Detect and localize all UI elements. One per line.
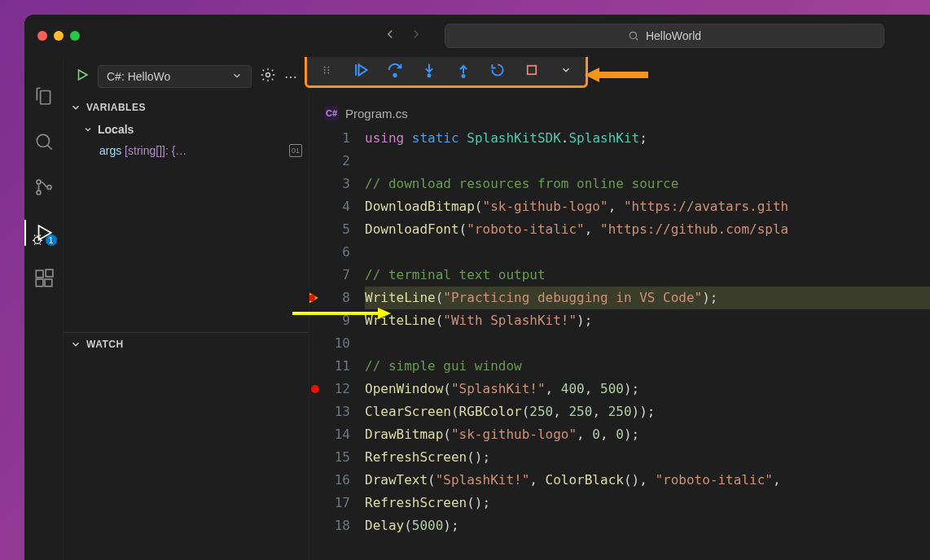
- line-number: 10: [309, 332, 350, 355]
- source-control-icon[interactable]: [33, 176, 55, 199]
- nav-arrows: [383, 27, 423, 45]
- chevron-down-icon: [231, 70, 243, 84]
- close-window-button[interactable]: [37, 31, 47, 41]
- run-debug-icon[interactable]: 1: [33, 221, 55, 244]
- code-line: // terminal text output: [365, 264, 930, 287]
- svg-point-0: [630, 32, 636, 38]
- code-line: // simple gui window: [365, 355, 930, 378]
- line-number: 13: [309, 400, 350, 423]
- window-controls: [37, 31, 80, 41]
- line-number: 14: [309, 423, 350, 446]
- svg-point-10: [266, 73, 270, 77]
- code-line: WriteLine("With SplashKit!");: [365, 309, 930, 332]
- extensions-icon[interactable]: [33, 267, 55, 290]
- code-line: RefreshScreen();: [365, 492, 930, 514]
- locals-label: Locals: [98, 123, 134, 136]
- tab-filename: Program.cs: [345, 107, 408, 120]
- debug-more-dropdown[interactable]: [556, 60, 576, 80]
- svg-point-1: [37, 134, 49, 147]
- more-actions-button[interactable]: ⋯: [284, 69, 297, 85]
- search-icon: [628, 30, 639, 42]
- main-body: 1 C#: HelloWo ⋯: [24, 57, 930, 560]
- svg-marker-12: [378, 308, 391, 319]
- step-over-button[interactable]: [385, 60, 405, 80]
- nav-back-button[interactable]: [383, 27, 397, 45]
- svg-point-15: [324, 72, 326, 74]
- command-center-search[interactable]: HelloWorld: [445, 24, 884, 48]
- step-into-button[interactable]: [419, 60, 439, 80]
- minimize-window-button[interactable]: [54, 31, 64, 41]
- code-line: ClearScreen(RGBColor(250, 250, 250));: [365, 400, 930, 423]
- line-number: 11: [309, 355, 350, 378]
- svg-point-17: [327, 69, 329, 71]
- code-line: [365, 150, 930, 173]
- line-number: 6: [309, 241, 350, 264]
- view-value-icon[interactable]: 01: [289, 144, 302, 157]
- code-line: using static SplashKitSDK.SplashKit;: [365, 127, 930, 150]
- code-line: DownloadBitmap("sk-github-logo", "https:…: [365, 195, 930, 218]
- watch-section-header[interactable]: WATCH: [64, 333, 309, 356]
- debug-config-label: C#: HelloWo: [107, 70, 170, 83]
- breakpoint-indicator[interactable]: [311, 385, 319, 393]
- maximize-window-button[interactable]: [70, 31, 80, 41]
- csharp-file-icon: C#: [324, 106, 339, 120]
- svg-point-2: [37, 180, 41, 184]
- variable-row[interactable]: args [string[]]: {… 01: [64, 140, 309, 161]
- debug-side-panel: C#: HelloWo ⋯ VARIABLES Locals arg: [64, 57, 309, 560]
- restart-button[interactable]: [488, 60, 507, 80]
- panel-header: C#: HelloWo ⋯: [64, 57, 309, 96]
- search-icon[interactable]: [33, 130, 55, 153]
- svg-point-4: [47, 186, 51, 190]
- line-number: 15: [309, 446, 350, 469]
- stop-button[interactable]: [522, 60, 542, 80]
- drag-handle-icon[interactable]: [317, 60, 336, 80]
- explorer-icon[interactable]: [33, 85, 55, 107]
- step-out-button[interactable]: [454, 60, 473, 80]
- line-number: 3: [309, 173, 350, 195]
- titlebar: HelloWorld: [24, 15, 930, 57]
- variables-section-header[interactable]: VARIABLES: [64, 96, 309, 119]
- line-number: 7: [309, 264, 350, 287]
- variables-label: VARIABLES: [86, 102, 146, 113]
- svg-point-5: [34, 237, 41, 243]
- svg-point-14: [324, 69, 326, 71]
- svg-point-3: [37, 190, 41, 195]
- debug-settings-button[interactable]: [260, 67, 276, 86]
- start-debug-button[interactable]: [75, 68, 90, 85]
- continue-button[interactable]: [351, 60, 371, 80]
- line-number: 2: [309, 150, 350, 173]
- svg-point-16: [327, 67, 329, 68]
- variable-text: args [string[]]: {…: [99, 144, 186, 157]
- code-line: DrawBitmap("sk-github-logo", 0, 0);: [365, 423, 930, 446]
- vscode-window: HelloWorld 1: [24, 15, 930, 560]
- annotation-arrow-orange: [585, 65, 650, 85]
- code-line: DrawText("SplashKit!", ColorBlack(), "ro…: [365, 469, 930, 492]
- svg-rect-9: [46, 269, 53, 277]
- current-line-indicator: [309, 291, 322, 305]
- debug-toolbar: [305, 57, 588, 88]
- svg-point-13: [324, 67, 326, 68]
- code-editor[interactable]: 123456789101112131415161718 using static…: [309, 127, 930, 560]
- activity-bar: 1: [24, 57, 64, 560]
- code-line: Delay(5000);: [365, 514, 930, 537]
- line-number: 5: [309, 218, 350, 241]
- svg-rect-8: [45, 279, 52, 287]
- code-content: using static SplashKitSDK.SplashKit;// d…: [365, 127, 930, 560]
- title-text: HelloWorld: [646, 29, 701, 42]
- code-line: [365, 241, 930, 264]
- svg-rect-7: [36, 279, 43, 287]
- annotation-arrow-yellow: [288, 305, 394, 322]
- line-number: 16: [309, 469, 350, 492]
- svg-marker-23: [585, 68, 648, 82]
- svg-point-21: [463, 75, 465, 77]
- code-line: OpenWindow("SplashKit!", 400, 500);: [365, 378, 930, 400]
- debug-config-dropdown[interactable]: C#: HelloWo: [98, 65, 252, 88]
- svg-rect-22: [528, 66, 537, 75]
- locals-section[interactable]: Locals: [64, 119, 309, 140]
- code-line: // download resources from online source: [365, 173, 930, 195]
- code-line: WriteLine("Practicing debugging in VS Co…: [365, 287, 930, 309]
- code-line: [365, 332, 930, 355]
- code-line: RefreshScreen();: [365, 446, 930, 469]
- nav-forward-button[interactable]: [409, 27, 423, 45]
- editor-tab[interactable]: C# Program.cs: [309, 99, 930, 127]
